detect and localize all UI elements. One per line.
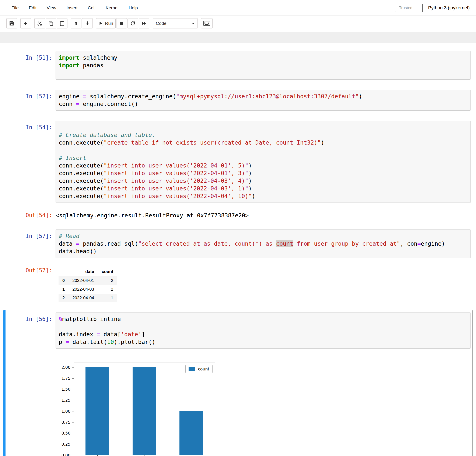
fast-forward-icon	[142, 21, 147, 26]
code-line: p = data.tail(10).plot.bar()	[59, 338, 468, 346]
legend-label: count	[198, 367, 209, 371]
kernel-name: Python 3 (ipykernel)	[428, 5, 470, 11]
cell-type-value: Code	[156, 21, 167, 26]
copy-button[interactable]	[46, 18, 56, 28]
cut-icon	[37, 21, 42, 26]
code-line: conn.execute("insert into user values('2…	[59, 185, 468, 192]
table-row: 22022-04-041	[59, 294, 117, 302]
code-line: import sqlalchemy	[59, 54, 468, 61]
code-line: conn.execute("insert into user values('2…	[59, 162, 468, 169]
bar-chart: count 0.000.250.500.751.001.251.501.752.…	[74, 363, 471, 455]
cell-type-dropdown[interactable]: Code	[153, 18, 198, 28]
x-tick-mark	[144, 455, 144, 456]
dataframe-table: datecount02022-04-01212022-04-03222022-0…	[59, 267, 117, 302]
notebook-top-strip	[0, 32, 476, 43]
cut-button[interactable]	[34, 18, 45, 28]
dropdown-chevron-icon	[191, 21, 195, 26]
input-prompt: In [54]:	[7, 121, 56, 203]
code-line: data = pandas.read_sql("select created_a…	[59, 240, 468, 247]
move-up-icon	[74, 21, 79, 26]
stop-icon	[119, 21, 124, 26]
add-cell-button[interactable]	[20, 18, 31, 28]
y-tick-label: 1.50	[61, 387, 70, 391]
code-line: # Read	[59, 232, 468, 240]
code-line: data.index = data['date']	[59, 331, 468, 338]
menu-insert[interactable]: Insert	[61, 3, 83, 13]
input-prompt: In [57]:	[7, 229, 56, 258]
menu-edit[interactable]: Edit	[24, 3, 42, 13]
y-tick-mark	[72, 433, 74, 433]
output-prompt: Out[54]:	[7, 209, 56, 219]
menu-right-area: Trusted Python 3 (ipykernel)	[395, 4, 470, 12]
output-prompt: Out[57]:	[7, 264, 56, 302]
code-editor[interactable]: %matplotlib inline data.index = data['da…	[56, 313, 471, 349]
code-cell-52[interactable]: In [52]: engine = sqlalchemy.create_engi…	[3, 88, 473, 113]
table-row: 12022-04-032	[59, 285, 117, 294]
run-button[interactable]: Run	[96, 18, 116, 28]
code-line: data.head()	[59, 247, 468, 255]
move-cell-down-button[interactable]	[82, 18, 93, 28]
paste-button[interactable]	[57, 18, 68, 28]
y-tick-label: 0.25	[61, 442, 70, 446]
command-palette-button[interactable]	[201, 18, 212, 28]
output-prompt-spacer	[7, 355, 56, 455]
x-tick-mark	[97, 455, 98, 456]
paste-icon	[60, 21, 65, 26]
code-cell-51[interactable]: In [51]: import sqlalchemyimport pandas	[3, 49, 473, 82]
move-cell-up-button[interactable]	[71, 18, 81, 28]
code-editor[interactable]: engine = sqlalchemy.create_engine("mysql…	[56, 90, 471, 111]
input-prompt: In [52]:	[7, 90, 56, 111]
code-editor[interactable]: import sqlalchemyimport pandas	[56, 51, 471, 80]
menu-help[interactable]: Help	[124, 3, 143, 13]
y-tick-label: 1.25	[61, 398, 70, 402]
code-line: # Create database and table.	[59, 131, 468, 139]
y-tick-label: 0.50	[61, 431, 70, 435]
plot-area: count 0.000.250.500.751.001.251.501.752.…	[74, 363, 215, 455]
code-line: import pandas	[59, 61, 468, 69]
menu-view[interactable]: View	[42, 3, 61, 13]
y-tick-label: 0.75	[61, 420, 70, 424]
y-tick-label: 2.00	[61, 365, 70, 369]
jupyter-notebook-window: File Edit View Insert Cell Kernel Help T…	[0, 0, 476, 456]
restart-icon	[130, 21, 135, 26]
menu-cell[interactable]: Cell	[83, 3, 101, 13]
keyboard-icon	[204, 21, 210, 26]
code-editor[interactable]: # Create database and table.conn.execute…	[56, 121, 471, 203]
move-down-icon	[85, 21, 90, 26]
code-line: conn.execute("insert into user values('2…	[59, 192, 468, 200]
notebook-area: In [51]: import sqlalchemyimport pandas …	[0, 43, 476, 456]
code-line: conn.execute("insert into user values('2…	[59, 169, 468, 177]
code-cell-56[interactable]: In [56]: %matplotlib inline data.index =…	[3, 310, 473, 456]
output-text: <sqlalchemy.engine.result.ResultProxy at…	[56, 212, 471, 219]
y-tick-mark	[72, 400, 74, 400]
input-prompt: In [51]:	[7, 51, 56, 80]
copy-icon	[48, 21, 54, 26]
interrupt-kernel-button[interactable]	[116, 18, 127, 28]
code-cell-54[interactable]: In [54]: # Create database and table.con…	[3, 118, 473, 222]
kernel-divider	[422, 4, 423, 12]
bar	[85, 367, 109, 455]
code-editor[interactable]: # Readdata = pandas.read_sql("select cre…	[56, 229, 471, 258]
save-button[interactable]	[6, 18, 17, 28]
trusted-button[interactable]: Trusted	[395, 4, 416, 12]
restart-kernel-button[interactable]	[128, 18, 138, 28]
y-tick-mark	[72, 367, 74, 368]
restart-run-all-button[interactable]	[139, 18, 149, 28]
code-line: engine = sqlalchemy.create_engine("mysql…	[59, 93, 468, 100]
code-line	[59, 323, 468, 331]
menu-bar: File Edit View Insert Cell Kernel Help T…	[0, 0, 476, 16]
legend-swatch	[188, 367, 195, 371]
toolbar: Run Code	[0, 16, 476, 32]
run-label: Run	[105, 21, 113, 26]
x-tick-mark	[191, 455, 191, 456]
y-tick-label: 1.75	[61, 376, 70, 380]
code-line: %matplotlib inline	[59, 315, 468, 323]
y-tick-mark	[72, 444, 74, 444]
menu-kernel[interactable]: Kernel	[101, 3, 124, 13]
code-line: conn.execute("insert into user values('2…	[59, 177, 468, 185]
run-icon	[98, 21, 103, 26]
code-cell-57[interactable]: In [57]: # Readdata = pandas.read_sql("s…	[3, 227, 473, 305]
table-row: 02022-04-012	[59, 276, 117, 285]
menu-file[interactable]: File	[6, 3, 24, 13]
input-prompt: In [56]:	[7, 313, 56, 349]
